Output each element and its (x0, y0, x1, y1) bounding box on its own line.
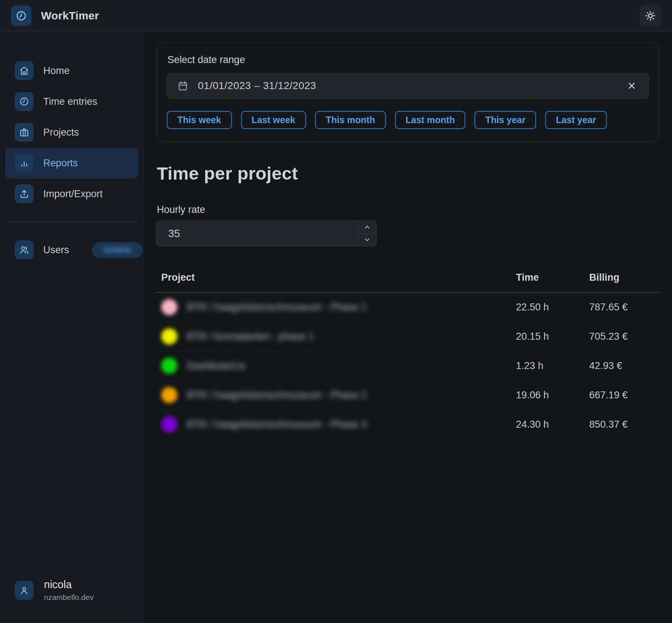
project-color-dot (161, 299, 177, 315)
hourly-rate-label: Hourly rate (157, 204, 660, 215)
admin-badge: ADMIN (92, 242, 143, 258)
date-range-value: 01/01/2023 – 31/12/2023 (198, 80, 616, 92)
project-color-dot (161, 416, 177, 432)
table-row[interactable]: BTR / haagshistorischmuseum - Phase 1 22… (156, 292, 660, 322)
user-name: nicola (44, 579, 93, 591)
billing-cell: 787.65 € (584, 292, 660, 322)
time-cell: 19.06 h (511, 380, 584, 410)
preset-button-this-month[interactable]: This month (315, 111, 386, 129)
project-name: Dashboard.io (187, 360, 246, 372)
upload-icon (19, 189, 29, 199)
rate-decrement-button[interactable] (358, 234, 376, 246)
date-presets: This week Last week This month Last mont… (167, 111, 649, 129)
table-row[interactable]: BTR / haagshistorischmuseum - Phase 2 19… (156, 380, 660, 410)
preset-button-this-week[interactable]: This week (167, 111, 232, 129)
project-name: BTR / konradanten - phase 1 (187, 331, 314, 342)
billing-cell: 705.23 € (584, 322, 660, 351)
layout: Home Time entries Projects Reports Impor… (0, 32, 672, 623)
time-cell: 20.15 h (511, 322, 584, 351)
sidebar-nav: Home Time entries Projects Reports Impor… (0, 55, 143, 209)
preset-button-this-year[interactable]: This year (475, 111, 536, 129)
billing-cell: 42.93 € (584, 351, 660, 380)
billing-cell: 667.19 € (584, 380, 660, 410)
briefcase-icon (19, 127, 29, 137)
rate-spinner (358, 221, 376, 246)
sidebar: Home Time entries Projects Reports Impor… (0, 32, 144, 623)
time-cell: 1.23 h (511, 351, 584, 380)
home-icon (19, 66, 29, 76)
sidebar-item-users[interactable]: Users ADMIN (5, 235, 138, 265)
hourly-rate-input[interactable] (156, 221, 358, 246)
sidebar-item-projects[interactable]: Projects (5, 117, 138, 148)
calendar-icon (177, 80, 188, 91)
time-per-project-table: Project Time Billing BTR / haagshistoris… (156, 268, 660, 439)
chart-icon (19, 158, 29, 168)
project-color-dot (161, 328, 177, 344)
clear-date-range-button[interactable] (625, 79, 638, 92)
sidebar-item-time-entries[interactable]: Time entries (5, 86, 138, 117)
time-cell: 24.30 h (511, 410, 584, 439)
project-color-dot (161, 358, 177, 374)
project-name: BTR / haagshistorischmuseum - Phase 1 (187, 302, 367, 313)
app-title: WorkTimer (41, 10, 99, 22)
user-icon (19, 585, 29, 596)
avatar (15, 581, 34, 600)
preset-button-last-month[interactable]: Last month (395, 111, 466, 129)
chevron-down-icon (363, 236, 371, 244)
theme-toggle-button[interactable] (640, 5, 661, 26)
main-content: Select date range 01/01/2023 – 31/12/202… (144, 32, 672, 623)
date-range-input[interactable]: 01/01/2023 – 31/12/2023 (167, 73, 649, 99)
project-name: BTR / haagshistorischmuseum - Phase 2 (187, 390, 367, 401)
table-row[interactable]: Dashboard.io 1.23 h 42.93 € (156, 351, 660, 380)
app-header: WorkTimer (0, 0, 672, 32)
date-range-card: Select date range 01/01/2023 – 31/12/202… (156, 42, 660, 142)
hourly-rate-field (156, 221, 377, 246)
close-icon (627, 81, 637, 91)
sun-icon (645, 10, 656, 21)
column-project: Project (156, 268, 511, 292)
project-color-dot (161, 387, 177, 403)
sidebar-item-reports[interactable]: Reports (5, 148, 138, 178)
date-range-label: Select date range (167, 54, 649, 66)
sidebar-divider (5, 222, 138, 222)
table-header-row: Project Time Billing (156, 268, 660, 292)
sidebar-item-label: Users (43, 244, 69, 256)
column-billing: Billing (584, 268, 660, 292)
table-row[interactable]: BTR / haagshistorischmuseum - Phase 3 24… (156, 410, 660, 439)
page-title: Time per project (157, 163, 660, 184)
rate-increment-button[interactable] (358, 221, 376, 234)
sidebar-item-home[interactable]: Home (5, 55, 138, 86)
current-user[interactable]: nicola nzambello.dev (0, 579, 143, 607)
sidebar-spacer (0, 265, 143, 579)
table-row[interactable]: BTR / konradanten - phase 1 20.15 h 705.… (156, 322, 660, 351)
sidebar-item-import-export[interactable]: Import/Export (5, 178, 138, 209)
preset-button-last-week[interactable]: Last week (241, 111, 306, 129)
app-logo (11, 5, 32, 26)
user-domain: nzambello.dev (44, 593, 93, 602)
clock-icon (19, 96, 29, 107)
project-name: BTR / haagshistorischmuseum - Phase 3 (187, 419, 367, 430)
preset-button-last-year[interactable]: Last year (545, 111, 607, 129)
users-icon (19, 245, 29, 255)
chevron-up-icon (363, 223, 371, 231)
clock-logo-icon (15, 10, 27, 22)
billing-cell: 850.37 € (584, 410, 660, 439)
time-cell: 22.50 h (511, 292, 584, 322)
column-time: Time (511, 268, 584, 292)
